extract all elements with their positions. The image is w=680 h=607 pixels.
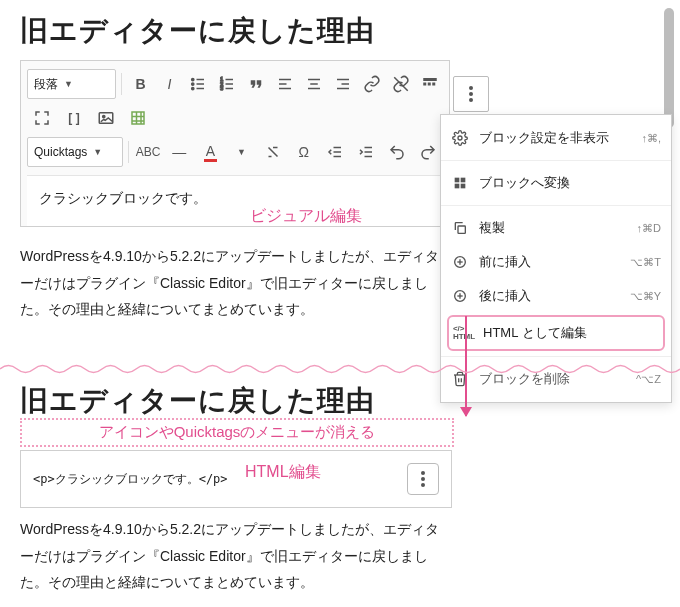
svg-point-4 bbox=[192, 87, 194, 89]
more-vertical-icon bbox=[469, 86, 473, 102]
html-code-text: <p>クラシックブロックです。</p> bbox=[33, 471, 228, 488]
svg-rect-42 bbox=[455, 184, 460, 189]
svg-point-0 bbox=[192, 78, 194, 80]
separator bbox=[121, 73, 122, 95]
format-dropdown[interactable]: 段落 ▼ bbox=[27, 69, 116, 99]
text-color-button[interactable]: A bbox=[196, 137, 225, 167]
strikethrough-button[interactable]: ABC bbox=[134, 137, 163, 167]
align-center-button[interactable] bbox=[301, 69, 328, 99]
copy-icon bbox=[451, 219, 469, 237]
block-options-button-2[interactable] bbox=[407, 463, 439, 495]
html-icon: </>HTML bbox=[455, 324, 473, 342]
toolbar-row-1: 段落 ▼ B I 123 bbox=[27, 67, 443, 101]
bold-button[interactable]: B bbox=[127, 69, 154, 99]
annotation-visual-edit: ビジュアル編集 bbox=[250, 206, 362, 227]
number-list-button[interactable]: 123 bbox=[214, 69, 241, 99]
editor-content[interactable]: クラシックブロックです。 bbox=[27, 175, 443, 226]
indent-button[interactable] bbox=[352, 137, 381, 167]
svg-point-39 bbox=[458, 136, 462, 140]
redo-button[interactable] bbox=[414, 137, 443, 167]
toolbar-row-2: [ ] bbox=[27, 101, 443, 135]
annotation-html-edit: HTML編集 bbox=[245, 462, 321, 483]
quicktags-dropdown-label: Quicktags bbox=[34, 145, 87, 159]
annotation-menus-disappear: アイコンやQuicktagsのメニューが消える bbox=[20, 418, 454, 447]
svg-rect-28 bbox=[132, 112, 144, 124]
insert-before-icon bbox=[451, 253, 469, 271]
section-divider-wavy bbox=[0, 362, 680, 376]
page-title-bottom: 旧エディターに戻した理由 bbox=[20, 382, 450, 420]
menu-hide-block-settings[interactable]: ブロック設定を非表示 ↑⌘, bbox=[441, 121, 671, 155]
media-button[interactable] bbox=[91, 103, 121, 133]
undo-button[interactable] bbox=[383, 137, 412, 167]
italic-button[interactable]: I bbox=[156, 69, 183, 99]
block-options-button[interactable] bbox=[453, 76, 489, 112]
svg-rect-25 bbox=[432, 83, 435, 86]
separator bbox=[128, 141, 129, 163]
shortcode-button[interactable]: [ ] bbox=[59, 103, 89, 133]
hr-button[interactable]: — bbox=[165, 137, 194, 167]
toolbar-row-3: Quicktags ▼ ABC — A ▼ Ω bbox=[27, 135, 443, 169]
svg-text:3: 3 bbox=[221, 85, 224, 91]
page-title-top: 旧エディターに戻した理由 bbox=[20, 12, 450, 50]
menu-transform-block[interactable]: ブロックへ変換 bbox=[441, 166, 671, 200]
svg-rect-41 bbox=[461, 178, 466, 183]
more-vertical-icon bbox=[421, 471, 425, 487]
svg-rect-40 bbox=[455, 178, 460, 183]
body-paragraph-bottom: WordPressを4.9.10から5.2.2にアップデートしましたが、エディタ… bbox=[20, 516, 450, 596]
align-left-button[interactable] bbox=[272, 69, 299, 99]
gear-icon bbox=[451, 129, 469, 147]
chevron-down-icon: ▼ bbox=[64, 79, 73, 89]
block-options-menu: ブロック設定を非表示 ↑⌘, ブロックへ変換 複製 ↑⌘D 前に挿入 ⌥⌘T 後… bbox=[440, 114, 672, 403]
format-dropdown-label: 段落 bbox=[34, 76, 58, 93]
bullet-list-button[interactable] bbox=[185, 69, 212, 99]
scrollbar-thumb[interactable] bbox=[664, 8, 674, 128]
menu-edit-as-html[interactable]: </>HTML HTML として編集 bbox=[447, 315, 665, 351]
svg-rect-44 bbox=[458, 226, 465, 233]
grid-icon bbox=[451, 174, 469, 192]
menu-insert-after[interactable]: 後に挿入 ⌥⌘Y bbox=[441, 279, 671, 313]
svg-rect-24 bbox=[427, 83, 430, 86]
chevron-down-icon: ▼ bbox=[93, 147, 102, 157]
clear-format-button[interactable] bbox=[258, 137, 287, 167]
menu-duplicate[interactable]: 複製 ↑⌘D bbox=[441, 211, 671, 245]
table-button[interactable] bbox=[123, 103, 153, 133]
special-char-button[interactable]: Ω bbox=[289, 137, 318, 167]
text-color-chevron-button[interactable]: ▼ bbox=[227, 137, 256, 167]
link-button[interactable] bbox=[358, 69, 385, 99]
align-right-button[interactable] bbox=[329, 69, 356, 99]
quicktags-dropdown[interactable]: Quicktags ▼ bbox=[27, 137, 123, 167]
classic-editor-block[interactable]: 段落 ▼ B I 123 [ ] Quicktags bbox=[20, 60, 450, 227]
svg-rect-22 bbox=[423, 78, 437, 81]
fullscreen-button[interactable] bbox=[27, 103, 57, 133]
outdent-button[interactable] bbox=[320, 137, 349, 167]
insert-after-icon bbox=[451, 287, 469, 305]
classic-block-text: クラシックブロックです。 bbox=[39, 190, 207, 206]
menu-divider bbox=[441, 160, 671, 161]
unlink-button[interactable] bbox=[387, 69, 414, 99]
menu-divider bbox=[441, 205, 671, 206]
blockquote-button[interactable] bbox=[243, 69, 270, 99]
svg-rect-43 bbox=[461, 184, 466, 189]
menu-divider bbox=[441, 356, 671, 357]
svg-point-2 bbox=[192, 83, 194, 85]
svg-point-27 bbox=[103, 115, 105, 117]
menu-insert-before[interactable]: 前に挿入 ⌥⌘T bbox=[441, 245, 671, 279]
toolbar-toggle-button[interactable] bbox=[416, 69, 443, 99]
svg-rect-23 bbox=[423, 83, 426, 86]
body-paragraph-top: WordPressを4.9.10から5.2.2にアップデートしましたが、エディタ… bbox=[20, 243, 450, 323]
